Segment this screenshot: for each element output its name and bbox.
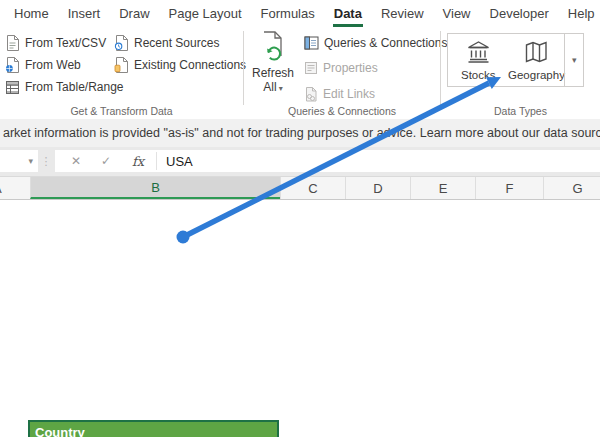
geography-map-icon [523,39,550,67]
file-globe-icon [5,57,20,73]
geography-label: Geography [508,69,565,81]
group-data-types: Stocks Geography ▾ Data Types [441,27,600,119]
message-bar-text: arket information is provided "as-is" an… [3,126,600,140]
market-info-message-bar: arket information is provided "as-is" an… [0,119,600,148]
table-icon [5,80,20,95]
excel-window: Home Insert Draw Page Layout Formulas Da… [0,0,600,437]
tab-insert[interactable]: Insert [67,0,102,27]
group-label-queries-connections: Queries & Connections [244,105,440,117]
ribbon-tabbar: Home Insert Draw Page Layout Formulas Da… [0,0,600,27]
formula-bar-row: ▾ ⋮ ✕ ✓ fx USA [0,147,600,176]
column-letter: D [373,181,382,196]
column-header-d[interactable]: D [345,177,410,199]
queries-connections-button[interactable]: Queries & Connections [304,33,447,53]
file-connection-icon [114,57,129,73]
properties-label: Properties [323,61,378,75]
column-letter: A [0,181,2,196]
column-letter: F [506,181,514,196]
tab-page-layout[interactable]: Page Layout [168,0,243,27]
column-header-a-partial[interactable]: A [0,177,30,199]
stocks-button[interactable]: Stocks [448,34,508,86]
stocks-label: Stocks [461,69,496,81]
insert-function-button[interactable]: fx [129,150,147,172]
formula-input-separator [156,152,157,170]
queries-pane-icon [304,36,319,50]
existing-connections-label: Existing Connections [134,58,246,72]
column-header-e[interactable]: E [410,177,475,199]
worksheet-area[interactable]: Country USA England France Spain Turkey … [0,200,600,437]
from-text-csv-label: From Text/CSV [25,36,106,50]
from-table-range-button[interactable]: From Table/Range [5,77,124,97]
tab-data[interactable]: Data [333,0,363,27]
group-queries-connections: Refresh All▾ Queries & Connections Prope… [244,27,440,119]
column-header-g[interactable]: G [543,177,600,199]
column-header-f[interactable]: F [475,177,543,199]
group-get-transform-data: From Text/CSV From Web From Table/Range … [0,27,243,119]
edit-links-button[interactable]: Edit Links [304,84,375,104]
refresh-all-button[interactable]: Refresh All▾ [248,31,298,96]
from-web-button[interactable]: From Web [5,55,81,75]
queries-connections-label: Queries & Connections [324,36,447,50]
column-header-c[interactable]: C [280,177,345,199]
file-csv-icon [5,35,20,51]
gallery-caret-icon: ▾ [572,55,577,65]
dots-separator-icon: ⋮ [41,155,52,168]
tab-home[interactable]: Home [13,0,50,27]
tab-draw[interactable]: Draw [118,0,150,27]
geography-button[interactable]: Geography [508,34,564,86]
country-table: Country USA England France Spain Turkey … [28,420,279,437]
stocks-bank-icon [465,39,492,67]
cancel-button[interactable]: ✕ [67,150,85,172]
group-label-get-transform: Get & Transform Data [0,105,243,117]
column-letter: G [572,181,582,196]
properties-button[interactable]: Properties [304,58,378,78]
tab-review[interactable]: Review [380,0,425,27]
recent-sources-button[interactable]: Recent Sources [114,33,219,53]
column-letter: E [439,181,448,196]
refresh-all-label-line1: Refresh [252,66,294,80]
formula-bar-drag-separator[interactable]: ⋮ [41,150,51,172]
column-header-row: A B C D E F G [0,176,600,200]
table-header-cell[interactable]: Country [30,422,277,437]
data-types-gallery-dropdown[interactable]: ▾ [564,34,583,86]
edit-links-icon [304,87,318,102]
group-label-data-types: Data Types [441,105,600,117]
column-letter: C [308,181,317,196]
data-types-gallery: Stocks Geography ▾ [447,33,584,87]
name-box[interactable]: ▾ [0,150,38,172]
column-header-b-selected[interactable]: B [30,177,280,199]
enter-button[interactable]: ✓ [97,150,115,172]
properties-icon [304,61,318,75]
edit-links-label: Edit Links [323,87,375,101]
recent-sources-label: Recent Sources [134,36,219,50]
file-clock-icon [114,35,129,51]
tab-formulas[interactable]: Formulas [260,0,316,27]
name-box-caret-icon: ▾ [28,156,33,166]
from-table-range-label: From Table/Range [25,80,124,94]
tab-view[interactable]: View [442,0,472,27]
existing-connections-button[interactable]: Existing Connections [114,55,246,75]
refresh-icon [260,31,286,66]
formula-input[interactable]: USA [166,150,193,172]
formula-panel: ✕ ✓ fx USA [55,150,600,172]
tab-help[interactable]: Help [567,0,596,27]
from-text-csv-button[interactable]: From Text/CSV [5,33,106,53]
tab-developer[interactable]: Developer [489,0,550,27]
refresh-all-caret-icon: ▾ [279,84,283,93]
from-web-label: From Web [25,58,81,72]
column-letter: B [151,180,160,195]
refresh-all-label-line2: All▾ [263,80,282,96]
ribbon: From Text/CSV From Web From Table/Range … [0,27,600,120]
